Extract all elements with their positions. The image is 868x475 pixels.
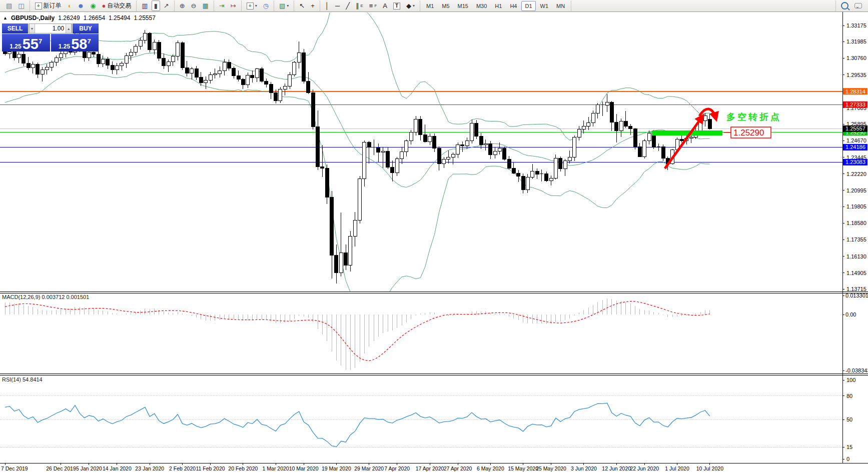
buy-price-box[interactable]: 1.25 58 7	[51, 34, 99, 52]
signals-glyph: ◉	[90, 2, 96, 9]
svg-text:10 Mar 2020: 10 Mar 2020	[289, 466, 319, 472]
volume-decrease-button[interactable]: ▼	[29, 24, 35, 33]
svg-text:25 May 2020: 25 May 2020	[536, 466, 566, 472]
zoom-out-icon[interactable]: ⊖	[189, 0, 199, 11]
svg-text:23 Jan 2020: 23 Jan 2020	[135, 466, 164, 472]
chart-shift-icon[interactable]: ↦	[228, 0, 239, 11]
timeframe-H1-button[interactable]: H1	[491, 1, 505, 11]
toolbar-group-draw-tools: │─╱∥E≡FAT◆▾	[320, 0, 420, 12]
rsi-value: 54.8414	[23, 376, 43, 382]
line-chart-mode-icon[interactable]: ↗	[161, 0, 172, 11]
auto-scroll-glyph: ⇥	[219, 2, 225, 9]
one-click-toggle-icon[interactable]: ▲	[3, 16, 8, 20]
horizontal-line-tool-icon[interactable]: ─	[333, 0, 342, 11]
auto-scroll-icon[interactable]: ⇥	[217, 0, 227, 11]
svg-text:12 Jun 2020: 12 Jun 2020	[602, 466, 631, 472]
zoom-out-glyph: ⊖	[191, 2, 197, 9]
toolbar-group-timeframes: M1M5M15M30H1H4D1W1MN	[420, 0, 571, 12]
timeframe-M5-button[interactable]: M5	[438, 1, 453, 11]
tick-chart-glyph: ◫	[18, 2, 24, 9]
timeframe-M1-button[interactable]: M1	[423, 1, 437, 11]
svg-text:1.20995: 1.20995	[846, 188, 866, 194]
bollinger-bands	[5, 0, 710, 302]
timeframe-D1-button[interactable]: D1	[521, 1, 535, 11]
turning-point-annotation[interactable]: 多空转折点	[726, 112, 781, 122]
sell-price-box[interactable]: 1.25 55 7	[2, 34, 50, 52]
channel-tool-icon[interactable]: ∥E	[353, 0, 366, 11]
zoom-in-icon[interactable]: ⊕	[177, 0, 188, 11]
horizontal-line-tool-glyph: ─	[335, 2, 340, 9]
svg-text:1.28314: 1.28314	[845, 88, 865, 94]
crosshair-icon[interactable]: +	[308, 0, 317, 11]
text-tool-icon[interactable]: A	[380, 0, 390, 11]
timeframe-MN-button[interactable]: MN	[553, 1, 568, 11]
rsi-line	[5, 403, 710, 446]
toolbar-group-indicators: +▾◷	[242, 0, 274, 12]
auto-trading-button[interactable]: ●自动交易	[99, 0, 134, 11]
charts-list-icon[interactable]: ▤	[4, 0, 15, 11]
cursor-icon[interactable]: ↖	[297, 0, 307, 11]
buy-price-big: 58	[71, 38, 87, 50]
ohlc-close: 1.25557	[134, 14, 155, 22]
vertical-line-tool-icon[interactable]: │	[323, 0, 332, 11]
volume-input[interactable]	[35, 24, 66, 33]
toolbar: ▤◫+新订单◖☻◉●自动交易▥▮↗⊕⊖▦⇥↦+▾◷▧▾↖+│─╱∥E≡FAT◆▾…	[0, 0, 868, 12]
chat-icon[interactable]	[852, 0, 864, 11]
text-label-tool-icon[interactable]: T	[391, 0, 403, 11]
date-axis[interactable]: 7 Dec 201926 Dec 20195 Jan 202014 Jan 20…	[1, 464, 723, 472]
timeframe-H4-button[interactable]: H4	[506, 1, 520, 11]
svg-text:15: 15	[846, 444, 852, 450]
rsi-indicator-label: RSI(14) 54.8414	[2, 376, 43, 382]
chart-template-icon[interactable]: ▧▾	[277, 0, 291, 11]
buy-button[interactable]: BUY	[73, 24, 99, 34]
macd-indicator-label: MACD(12,26,9) 0.003712 0.001501	[2, 294, 89, 300]
trendline-tool-icon[interactable]: ╱	[343, 0, 352, 11]
alert-glyph: ◖	[68, 2, 72, 9]
toolbar-group-scroll: ⇥↦	[214, 0, 242, 12]
timeframe-M15-button[interactable]: M15	[454, 1, 472, 11]
svg-text:1.14905: 1.14905	[846, 270, 866, 276]
svg-text:11 Feb 2020: 11 Feb 2020	[196, 466, 225, 472]
sell-button[interactable]: SELL	[2, 24, 28, 34]
tile-windows-glyph: ▦	[203, 2, 209, 9]
volume-increase-button[interactable]: ▲	[66, 24, 72, 33]
arrows-tool-icon[interactable]: ◆▾	[404, 0, 417, 11]
chart-shift-glyph: ↦	[231, 2, 236, 9]
search-icon[interactable]	[838, 0, 851, 11]
one-click-panel: SELL ▼ ▲ BUY 1.25 55 7 1.25 58 7	[2, 24, 99, 52]
charts-list-glyph: ▤	[6, 2, 12, 9]
periods-icon[interactable]: ◷	[261, 0, 271, 11]
new-order-button[interactable]: +新订单	[33, 0, 64, 11]
tick-chart-icon[interactable]: ◫	[16, 0, 27, 11]
chart-canvas[interactable]: 1.25290多空转折点1.331751.319851.307601.29535…	[0, 0, 868, 475]
svg-text:1.13715: 1.13715	[846, 286, 866, 292]
crosshair-glyph: +	[311, 2, 315, 9]
support-zone-rectangle[interactable]	[652, 130, 722, 136]
bar-chart-mode-icon[interactable]: ▥	[139, 0, 150, 11]
search-icon	[841, 2, 848, 10]
buy-price-pip: 7	[87, 38, 91, 45]
svg-text:0.00: 0.00	[845, 312, 856, 318]
ohlc-low: 1.25494	[109, 14, 130, 22]
alert-icon[interactable]: ◖	[65, 0, 74, 11]
add-indicator-icon[interactable]: +▾	[244, 0, 260, 11]
chart-template-glyph: ▧	[279, 2, 285, 9]
signals-icon[interactable]: ◉	[88, 0, 98, 11]
svg-text:27 Apr 2020: 27 Apr 2020	[444, 466, 472, 472]
timeframe-M30-button[interactable]: M30	[473, 1, 490, 11]
auto-trading-glyph: ●	[102, 2, 106, 9]
up-arrow-annotation[interactable]	[665, 116, 702, 168]
text-label-tool-glyph: T	[393, 2, 400, 10]
price-axis[interactable]: 1.331751.319851.307601.295351.283101.270…	[842, 12, 868, 463]
svg-text:22 Jun 2020: 22 Jun 2020	[630, 466, 659, 472]
tile-windows-icon[interactable]: ▦	[200, 0, 211, 11]
svg-text:26 Dec 2019: 26 Dec 2019	[46, 466, 76, 472]
svg-text:1.19805: 1.19805	[846, 204, 866, 210]
candlestick-mode-icon[interactable]: ▮	[152, 0, 160, 11]
buy-price-small: 1.25	[59, 44, 70, 50]
svg-text:6 May 2020: 6 May 2020	[477, 466, 504, 472]
timeframe-W1-button[interactable]: W1	[537, 1, 552, 11]
svg-text:29 Mar 2020: 29 Mar 2020	[354, 466, 384, 472]
fibonacci-tool-icon[interactable]: ≡F	[367, 0, 379, 11]
expert-advisor-icon[interactable]: ☻	[75, 0, 87, 11]
